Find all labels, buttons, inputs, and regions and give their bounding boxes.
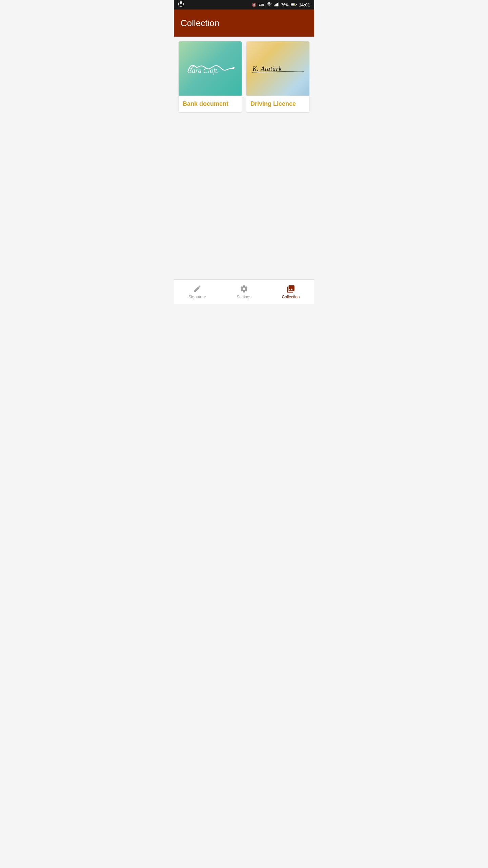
svg-rect-8: [296, 4, 297, 5]
page-title: Collection: [181, 18, 219, 28]
collection-icon: [286, 284, 295, 293]
svg-rect-9: [291, 3, 294, 5]
nav-item-settings[interactable]: Settings: [221, 280, 267, 304]
card-image-driving: K. Atatürk: [246, 41, 309, 96]
svg-rect-4: [276, 4, 277, 6]
card-bank-document[interactable]: Cara Cloft. Bank document: [179, 41, 242, 112]
card-bank-label: Bank document: [179, 96, 242, 112]
nav-item-collection[interactable]: Collection: [267, 280, 314, 304]
svg-rect-2: [274, 5, 274, 6]
svg-text:Cara Cloft.: Cara Cloft.: [187, 67, 219, 75]
wifi-icon: [266, 2, 272, 7]
svg-text:K. Atatürk: K. Atatürk: [252, 65, 282, 72]
battery-percent: 76%: [281, 3, 289, 7]
app-bar: Collection: [174, 9, 314, 37]
status-time: 14:01: [299, 2, 310, 7]
lte-icon: LTE: [259, 3, 264, 6]
nav-item-signature[interactable]: Signature: [174, 280, 221, 304]
pencil-icon: [193, 284, 202, 293]
nav-label-signature: Signature: [188, 295, 206, 299]
mute-icon: 🔇: [252, 3, 257, 7]
nav-label-settings: Settings: [237, 295, 251, 299]
battery-icon: [291, 2, 297, 7]
signal-icon: [274, 2, 279, 7]
card-driving-label: Driving Licence: [246, 96, 309, 112]
svg-rect-5: [277, 3, 278, 6]
svg-rect-3: [275, 4, 276, 6]
card-driving-licence[interactable]: K. Atatürk Driving Licence: [246, 41, 309, 112]
bottom-nav: Signature Settings Collection: [174, 279, 314, 304]
nav-label-collection: Collection: [282, 295, 300, 299]
card-image-bank: Cara Cloft.: [179, 41, 242, 96]
app-icon: [178, 1, 184, 8]
main-content: Cara Cloft. Bank document K. Atatürk Dri…: [174, 37, 314, 279]
cards-grid: Cara Cloft. Bank document K. Atatürk Dri…: [179, 41, 309, 112]
svg-rect-6: [278, 2, 279, 6]
status-bar: 🔇 LTE 76% 14:01: [174, 0, 314, 9]
gear-icon: [240, 284, 248, 293]
